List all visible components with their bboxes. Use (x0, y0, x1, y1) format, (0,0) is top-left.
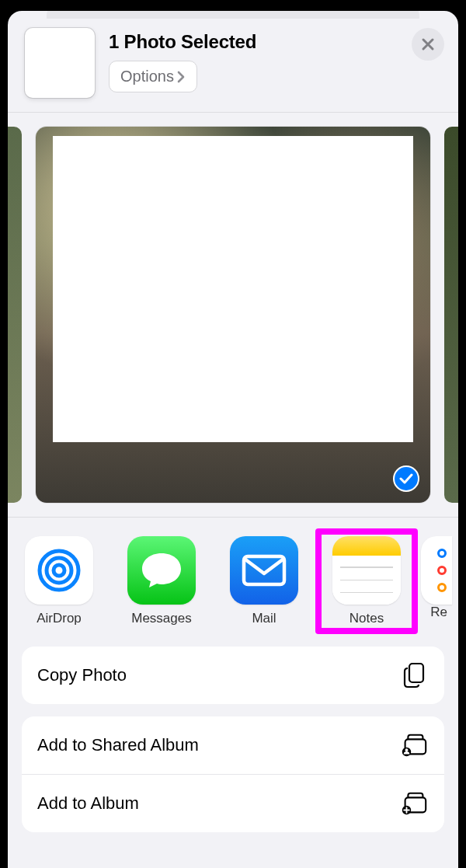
action-copy-photo[interactable]: Copy Photo (22, 647, 444, 704)
svg-rect-3 (244, 556, 284, 584)
action-label: Add to Shared Album (37, 735, 199, 755)
share-app-airdrop[interactable]: AirDrop (8, 536, 110, 626)
notes-icon (332, 536, 401, 605)
actions-group-1: Copy Photo (22, 647, 444, 704)
share-app-label: Notes (350, 611, 384, 626)
photo-peek-next[interactable] (444, 127, 458, 503)
options-button[interactable]: Options (109, 61, 197, 92)
photo-peek-previous[interactable] (8, 127, 22, 503)
share-app-label: Mail (252, 611, 276, 626)
selection-check-badge[interactable] (393, 465, 419, 492)
svg-point-0 (54, 565, 64, 576)
selection-title: 1 Photo Selected (109, 31, 444, 53)
share-sheet: 1 Photo Selected Options (8, 11, 458, 868)
share-app-label: AirDrop (37, 611, 82, 626)
share-app-notes[interactable]: Notes (315, 528, 418, 634)
share-app-reminders-peek[interactable]: Re (418, 536, 449, 626)
chevron-right-icon (177, 71, 186, 83)
share-app-mail[interactable]: Mail (213, 536, 315, 626)
share-header: 1 Photo Selected Options (8, 11, 458, 113)
share-app-label: Messages (131, 611, 191, 626)
header-text-group: 1 Photo Selected Options (109, 28, 444, 92)
reminders-icon (421, 536, 452, 605)
svg-point-7 (405, 748, 409, 751)
shared-album-icon (399, 732, 429, 758)
share-app-row[interactable]: AirDrop Messages Mail (8, 518, 458, 637)
action-add-album[interactable]: Add to Album (22, 775, 444, 832)
airdrop-icon (25, 536, 93, 605)
action-label: Copy Photo (37, 665, 127, 685)
selected-photo-thumbnail[interactable] (25, 28, 95, 98)
share-app-messages[interactable]: Messages (110, 536, 213, 626)
mail-icon (230, 536, 298, 605)
share-app-label: Re (421, 605, 452, 620)
add-album-icon (399, 790, 429, 817)
actions-group-2: Add to Shared Album Add to Album (22, 716, 444, 832)
options-label: Options (120, 68, 174, 85)
copy-icon (399, 662, 429, 688)
close-button[interactable] (412, 28, 444, 61)
close-icon (421, 37, 435, 51)
svg-point-1 (47, 558, 71, 583)
messages-icon (127, 536, 196, 605)
photo-strip[interactable] (8, 113, 458, 518)
checkmark-icon (399, 473, 413, 484)
photo-redacted-region (53, 136, 413, 442)
action-label: Add to Album (37, 793, 139, 814)
main-selected-photo[interactable] (36, 127, 430, 503)
action-add-shared-album[interactable]: Add to Shared Album (22, 716, 444, 775)
svg-rect-4 (409, 664, 423, 682)
